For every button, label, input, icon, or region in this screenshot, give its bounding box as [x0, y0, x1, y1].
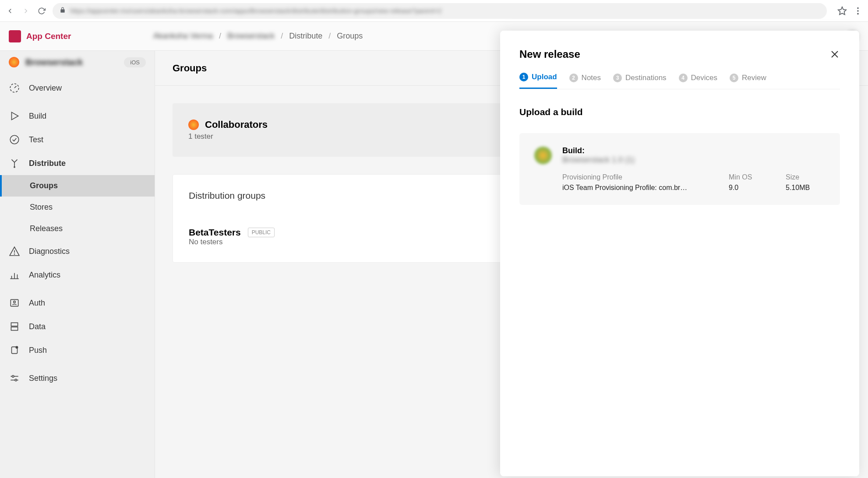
sidebar-item-build[interactable]: Build [0, 104, 155, 128]
sidebar-item-test[interactable]: Test [0, 128, 155, 151]
svg-point-20 [16, 346, 18, 348]
step-number: 2 [569, 74, 578, 82]
sidebar-item-push[interactable]: Push [0, 338, 155, 362]
sidebar-item-label: Overview [29, 84, 62, 93]
sidebar-item-label: Build [29, 112, 46, 121]
step-notes[interactable]: 2 Notes [569, 73, 601, 89]
build-label: Build: [562, 146, 635, 155]
warning-icon [9, 246, 20, 257]
build-name: Browserstack 1.0 (1) [562, 155, 635, 165]
sidebar-item-label: Push [29, 346, 47, 355]
breadcrumb-distribute[interactable]: Distribute [289, 32, 322, 41]
sidebar-sub-label: Stores [30, 203, 53, 211]
browser-toolbar: https://appcenter.ms/users/akanksha-brow… [0, 0, 868, 22]
sidebar-item-data[interactable]: Data [0, 315, 155, 338]
step-label: Upload [532, 73, 557, 81]
sidebar-item-diagnostics[interactable]: Diagnostics [0, 239, 155, 263]
step-number: 4 [679, 74, 688, 82]
sidebar-item-analytics[interactable]: Analytics [0, 263, 155, 287]
sliders-icon [9, 373, 20, 384]
sidebar-sub-label: Groups [30, 181, 58, 190]
check-circle-icon [9, 134, 20, 145]
step-label: Review [742, 74, 766, 82]
collaborators-title: Collaborators [205, 119, 268, 130]
sidebar-item-label: Diagnostics [29, 247, 70, 256]
play-icon [9, 110, 20, 122]
platform-badge: iOS [124, 57, 146, 67]
app-name: Browserstack [25, 57, 83, 67]
sidebar-item-label: Distribute [29, 159, 66, 168]
svg-point-16 [14, 301, 15, 303]
provisioning-label: Provisioning Profile [562, 173, 711, 181]
svg-rect-17 [11, 323, 18, 326]
sidebar-item-label: Auth [29, 299, 45, 308]
step-label: Destinations [625, 74, 667, 82]
svg-point-8 [14, 167, 15, 168]
close-icon[interactable] [829, 49, 840, 60]
panel-title: New release [519, 48, 580, 60]
step-number: 3 [613, 74, 622, 82]
svg-point-24 [15, 379, 17, 381]
public-badge: PUBLIC [248, 228, 275, 237]
step-destinations[interactable]: 3 Destinations [613, 73, 667, 89]
person-card-icon [9, 297, 20, 309]
wizard-steps: 1 Upload 2 Notes 3 Destinations 4 Device… [519, 73, 840, 89]
database-icon [9, 321, 20, 332]
star-icon[interactable] [837, 6, 847, 16]
app-selector[interactable]: Browserstack iOS [0, 51, 155, 74]
forward-icon[interactable] [21, 6, 31, 16]
upload-section-heading: Upload a build [519, 107, 840, 117]
build-summary-card: Build: Browserstack 1.0 (1) Provisioning… [519, 133, 840, 205]
address-bar[interactable]: https://appcenter.ms/users/akanksha-brow… [53, 3, 827, 19]
app-icon [9, 57, 19, 67]
product-name[interactable]: App Center [26, 32, 71, 41]
kebab-menu-icon[interactable] [853, 6, 863, 16]
sidebar-sub-releases[interactable]: Releases [0, 218, 155, 239]
minos-value: 9.0 [729, 184, 768, 192]
breadcrumb-groups[interactable]: Groups [337, 32, 363, 41]
minos-label: Min OS [729, 173, 768, 181]
sidebar-item-settings[interactable]: Settings [0, 366, 155, 390]
sidebar-item-label: Test [29, 135, 43, 144]
sidebar-item-overview[interactable]: Overview [0, 76, 155, 100]
svg-point-1 [857, 7, 859, 9]
svg-point-3 [857, 13, 859, 14]
step-number: 5 [730, 74, 738, 82]
svg-line-5 [14, 86, 16, 88]
step-devices[interactable]: 4 Devices [679, 73, 717, 89]
bar-chart-icon [9, 269, 20, 281]
breadcrumb-app[interactable]: Browserstack [227, 32, 275, 41]
gauge-icon [9, 82, 20, 94]
lock-icon [60, 7, 66, 15]
back-icon[interactable] [5, 6, 15, 16]
appcenter-logo-icon [9, 30, 21, 42]
step-review[interactable]: 5 Review [730, 73, 766, 89]
collaborators-subtitle: 1 tester [188, 132, 268, 141]
size-label: Size [786, 173, 825, 181]
sidebar-item-label: Analytics [29, 271, 60, 280]
step-upload[interactable]: 1 Upload [519, 73, 557, 89]
bell-dot-icon [9, 344, 20, 356]
new-release-panel: New release 1 Upload 2 Notes 3 Destinati… [500, 31, 859, 476]
svg-point-2 [857, 10, 859, 12]
branch-icon [9, 158, 20, 169]
sidebar-sub-stores[interactable]: Stores [0, 197, 155, 218]
sidebar: Browserstack iOS Overview Build Test Dis… [0, 51, 155, 478]
breadcrumb-owner[interactable]: Akanksha Verma [153, 32, 213, 41]
step-label: Devices [691, 74, 717, 82]
step-number: 1 [519, 73, 528, 81]
size-value: 5.10MB [786, 184, 825, 192]
breadcrumb: Akanksha Verma / Browserstack / Distribu… [153, 32, 363, 41]
beta-testers-title: BetaTesters [189, 227, 241, 238]
sidebar-item-auth[interactable]: Auth [0, 291, 155, 315]
svg-marker-0 [838, 7, 846, 14]
sidebar-item-distribute[interactable]: Distribute [0, 151, 155, 175]
build-app-icon [534, 147, 552, 164]
svg-marker-6 [12, 112, 18, 120]
svg-point-7 [10, 135, 19, 144]
reload-icon[interactable] [37, 6, 46, 16]
svg-rect-18 [11, 327, 18, 330]
sidebar-sub-groups[interactable]: Groups [0, 175, 155, 197]
sidebar-item-label: Settings [29, 374, 57, 383]
step-label: Notes [582, 74, 601, 82]
